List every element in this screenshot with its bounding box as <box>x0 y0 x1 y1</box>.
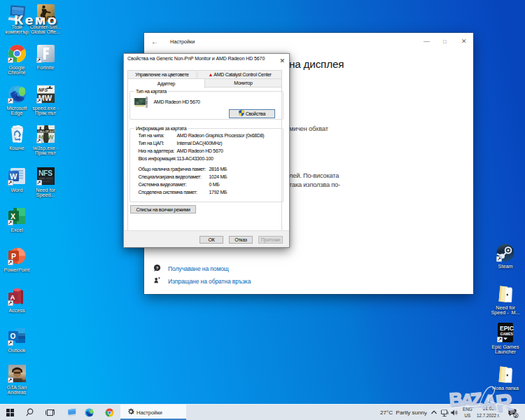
svg-text:P: P <box>11 252 16 260</box>
svg-text:EPIC: EPIC <box>500 325 514 332</box>
svg-text:NFS: NFS <box>38 169 52 177</box>
svg-text:GAMES: GAMES <box>500 332 514 336</box>
svg-text:CALL OF DUTY: CALL OF DUTY <box>38 130 55 133</box>
svg-text:?: ? <box>156 266 159 270</box>
svg-text:X: X <box>10 212 15 220</box>
svg-text:O: O <box>10 332 15 340</box>
svg-text:NFS: NFS <box>38 88 48 92</box>
